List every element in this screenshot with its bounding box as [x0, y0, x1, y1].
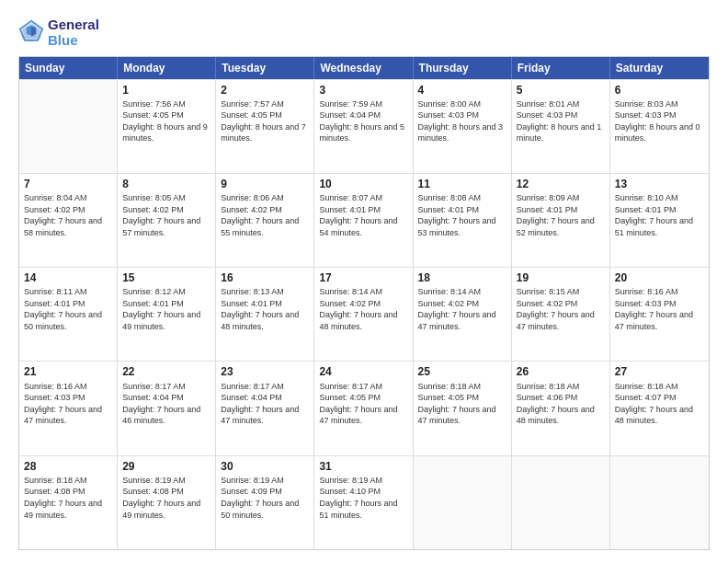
cell-info: Sunrise: 8:16 AMSunset: 4:03 PMDaylight:…	[615, 286, 704, 332]
calendar-cell-2: 2Sunrise: 7:57 AMSunset: 4:05 PMDaylight…	[216, 80, 314, 173]
calendar-cell-empty	[512, 456, 610, 549]
cell-info: Sunrise: 8:04 AMSunset: 4:02 PMDaylight:…	[24, 192, 112, 238]
calendar-cell-6: 6Sunrise: 8:03 AMSunset: 4:03 PMDaylight…	[610, 80, 709, 173]
cell-info: Sunrise: 8:09 AMSunset: 4:01 PMDaylight:…	[517, 192, 605, 238]
calendar-cell-1: 1Sunrise: 7:56 AMSunset: 4:05 PMDaylight…	[118, 80, 216, 173]
day-number: 18	[418, 270, 506, 285]
day-number: 14	[24, 270, 112, 285]
calendar-cell-20: 20Sunrise: 8:16 AMSunset: 4:03 PMDayligh…	[610, 268, 709, 361]
cell-info: Sunrise: 8:08 AMSunset: 4:01 PMDaylight:…	[418, 192, 506, 238]
calendar-cell-31: 31Sunrise: 8:19 AMSunset: 4:10 PMDayligh…	[314, 456, 413, 549]
day-number: 5	[517, 83, 605, 98]
cell-info: Sunrise: 7:59 AMSunset: 4:04 PMDaylight:…	[319, 98, 407, 144]
cell-info: Sunrise: 7:56 AMSunset: 4:05 PMDaylight:…	[122, 98, 210, 144]
day-number: 25	[418, 364, 506, 379]
header-cell-thursday: Thursday	[414, 57, 512, 79]
day-number: 6	[615, 83, 704, 98]
calendar-cell-26: 26Sunrise: 8:18 AMSunset: 4:06 PMDayligh…	[512, 362, 610, 454]
cell-info: Sunrise: 8:03 AMSunset: 4:03 PMDaylight:…	[615, 98, 704, 144]
header-cell-tuesday: Tuesday	[216, 57, 314, 79]
day-number: 7	[24, 177, 112, 191]
day-number: 1	[122, 83, 210, 98]
cell-info: Sunrise: 7:57 AMSunset: 4:05 PMDaylight:…	[221, 98, 309, 144]
day-number: 26	[517, 364, 605, 379]
day-number: 31	[319, 459, 407, 474]
day-number: 10	[319, 177, 407, 191]
calendar-cell-empty	[19, 80, 118, 173]
cell-info: Sunrise: 8:18 AMSunset: 4:07 PMDaylight:…	[615, 381, 704, 427]
header-cell-wednesday: Wednesday	[314, 57, 413, 79]
calendar-row-2: 7Sunrise: 8:04 AMSunset: 4:02 PMDaylight…	[19, 173, 709, 267]
calendar: SundayMondayTuesdayWednesdayThursdayFrid…	[18, 56, 710, 551]
calendar-row-5: 28Sunrise: 8:18 AMSunset: 4:08 PMDayligh…	[19, 455, 709, 549]
day-number: 15	[122, 270, 210, 285]
cell-info: Sunrise: 8:00 AMSunset: 4:03 PMDaylight:…	[418, 98, 506, 144]
day-number: 11	[418, 177, 506, 191]
day-number: 27	[615, 364, 704, 379]
cell-info: Sunrise: 8:17 AMSunset: 4:04 PMDaylight:…	[122, 381, 210, 427]
calendar-row-3: 14Sunrise: 8:11 AMSunset: 4:01 PMDayligh…	[19, 267, 709, 361]
header-cell-monday: Monday	[118, 57, 216, 79]
calendar-cell-25: 25Sunrise: 8:18 AMSunset: 4:05 PMDayligh…	[414, 362, 512, 454]
day-number: 17	[319, 270, 407, 285]
calendar-cell-12: 12Sunrise: 8:09 AMSunset: 4:01 PMDayligh…	[512, 174, 610, 267]
calendar-body: 1Sunrise: 7:56 AMSunset: 4:05 PMDaylight…	[19, 79, 709, 550]
calendar-row-4: 21Sunrise: 8:16 AMSunset: 4:03 PMDayligh…	[19, 361, 709, 454]
day-number: 23	[221, 364, 309, 379]
calendar-cell-5: 5Sunrise: 8:01 AMSunset: 4:03 PMDaylight…	[512, 80, 610, 173]
logo-text: General Blue	[48, 17, 99, 49]
cell-info: Sunrise: 8:17 AMSunset: 4:05 PMDaylight:…	[319, 381, 407, 427]
cell-info: Sunrise: 8:19 AMSunset: 4:10 PMDaylight:…	[319, 475, 407, 521]
day-number: 28	[24, 459, 112, 474]
day-number: 21	[24, 364, 112, 379]
calendar-cell-29: 29Sunrise: 8:19 AMSunset: 4:08 PMDayligh…	[118, 456, 216, 549]
cell-info: Sunrise: 8:14 AMSunset: 4:02 PMDaylight:…	[319, 286, 407, 332]
calendar-cell-24: 24Sunrise: 8:17 AMSunset: 4:05 PMDayligh…	[314, 362, 413, 454]
day-number: 22	[122, 364, 210, 379]
cell-info: Sunrise: 8:07 AMSunset: 4:01 PMDaylight:…	[319, 192, 407, 238]
cell-info: Sunrise: 8:19 AMSunset: 4:09 PMDaylight:…	[221, 475, 309, 521]
cell-info: Sunrise: 8:05 AMSunset: 4:02 PMDaylight:…	[122, 192, 210, 238]
header-cell-sunday: Sunday	[19, 57, 118, 79]
day-number: 30	[221, 459, 309, 474]
calendar-cell-4: 4Sunrise: 8:00 AMSunset: 4:03 PMDaylight…	[414, 80, 512, 173]
calendar-cell-28: 28Sunrise: 8:18 AMSunset: 4:08 PMDayligh…	[19, 456, 118, 549]
logo: General Blue	[18, 17, 99, 49]
cell-info: Sunrise: 8:14 AMSunset: 4:02 PMDaylight:…	[418, 286, 506, 332]
calendar-cell-18: 18Sunrise: 8:14 AMSunset: 4:02 PMDayligh…	[414, 268, 512, 361]
day-number: 19	[517, 270, 605, 285]
calendar-cell-22: 22Sunrise: 8:17 AMSunset: 4:04 PMDayligh…	[118, 362, 216, 454]
calendar-cell-19: 19Sunrise: 8:15 AMSunset: 4:02 PMDayligh…	[512, 268, 610, 361]
day-number: 12	[517, 177, 605, 191]
calendar-cell-27: 27Sunrise: 8:18 AMSunset: 4:07 PMDayligh…	[610, 362, 709, 454]
day-number: 8	[122, 177, 210, 191]
calendar-cell-7: 7Sunrise: 8:04 AMSunset: 4:02 PMDaylight…	[19, 174, 118, 267]
cell-info: Sunrise: 8:16 AMSunset: 4:03 PMDaylight:…	[24, 381, 112, 427]
cell-info: Sunrise: 8:06 AMSunset: 4:02 PMDaylight:…	[221, 192, 309, 238]
calendar-cell-21: 21Sunrise: 8:16 AMSunset: 4:03 PMDayligh…	[19, 362, 118, 454]
calendar-cell-11: 11Sunrise: 8:08 AMSunset: 4:01 PMDayligh…	[414, 174, 512, 267]
cell-info: Sunrise: 8:19 AMSunset: 4:08 PMDaylight:…	[122, 475, 210, 521]
calendar-cell-23: 23Sunrise: 8:17 AMSunset: 4:04 PMDayligh…	[216, 362, 314, 454]
calendar-cell-15: 15Sunrise: 8:12 AMSunset: 4:01 PMDayligh…	[118, 268, 216, 361]
page: General Blue SundayMondayTuesdayWednesda…	[0, 0, 728, 563]
header-cell-saturday: Saturday	[610, 57, 709, 79]
calendar-cell-3: 3Sunrise: 7:59 AMSunset: 4:04 PMDaylight…	[314, 80, 413, 173]
calendar-cell-30: 30Sunrise: 8:19 AMSunset: 4:09 PMDayligh…	[216, 456, 314, 549]
cell-info: Sunrise: 8:18 AMSunset: 4:05 PMDaylight:…	[418, 381, 506, 427]
cell-info: Sunrise: 8:18 AMSunset: 4:08 PMDaylight:…	[24, 475, 112, 521]
calendar-cell-8: 8Sunrise: 8:05 AMSunset: 4:02 PMDaylight…	[118, 174, 216, 267]
cell-info: Sunrise: 8:17 AMSunset: 4:04 PMDaylight:…	[221, 381, 309, 427]
cell-info: Sunrise: 8:10 AMSunset: 4:01 PMDaylight:…	[615, 192, 704, 238]
calendar-cell-13: 13Sunrise: 8:10 AMSunset: 4:01 PMDayligh…	[610, 174, 709, 267]
header: General Blue	[18, 17, 710, 49]
calendar-cell-10: 10Sunrise: 8:07 AMSunset: 4:01 PMDayligh…	[314, 174, 413, 267]
calendar-cell-17: 17Sunrise: 8:14 AMSunset: 4:02 PMDayligh…	[314, 268, 413, 361]
calendar-cell-empty	[414, 456, 512, 549]
cell-info: Sunrise: 8:15 AMSunset: 4:02 PMDaylight:…	[517, 286, 605, 332]
cell-info: Sunrise: 8:12 AMSunset: 4:01 PMDaylight:…	[122, 286, 210, 332]
day-number: 9	[221, 177, 309, 191]
calendar-row-1: 1Sunrise: 7:56 AMSunset: 4:05 PMDaylight…	[19, 79, 709, 173]
header-cell-friday: Friday	[512, 57, 610, 79]
calendar-cell-14: 14Sunrise: 8:11 AMSunset: 4:01 PMDayligh…	[19, 268, 118, 361]
